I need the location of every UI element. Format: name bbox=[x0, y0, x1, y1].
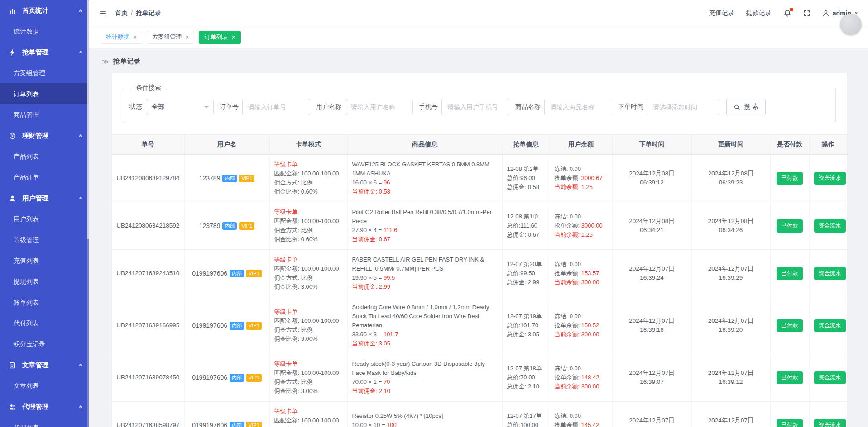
sidebar-item-recharge-list[interactable]: 充值列表 bbox=[0, 250, 89, 271]
username: 123789 bbox=[199, 175, 221, 182]
fund-flow-button[interactable]: 资金流水 bbox=[814, 419, 846, 427]
current-balance: 当前余额: 300.00 bbox=[555, 278, 608, 287]
main-area: ≡ 首页 / 抢单记录 充值记录 提款记录 admin ∨ bbox=[89, 0, 868, 427]
card-mode: 等级卡单 bbox=[274, 160, 343, 169]
sidebar-item-user-list[interactable]: 用户列表 bbox=[0, 209, 89, 229]
notification-dot bbox=[790, 8, 793, 11]
product-title: Resistor 0.25W 5% (4K7) * [10pcs] bbox=[352, 412, 498, 421]
product-title: Pilot G2 Roller Ball Pen Refill 0.38/0.5… bbox=[352, 208, 498, 226]
tab-close-icon[interactable]: × bbox=[185, 34, 189, 40]
person-icon bbox=[822, 10, 830, 17]
fullscreen-icon[interactable] bbox=[803, 10, 810, 17]
status-select[interactable]: 全部 bbox=[146, 99, 214, 115]
sidebar-section-home-stats[interactable]: 首页统计 ∧ bbox=[0, 0, 89, 21]
bolt-icon bbox=[9, 49, 18, 56]
order-time-input[interactable] bbox=[647, 99, 720, 115]
fund-flow-button[interactable]: 资金流水 bbox=[814, 219, 846, 233]
username: 0199197606 bbox=[192, 270, 227, 277]
order-no: UB2412080634218592 bbox=[116, 221, 180, 230]
grab-balance: 抢单余额: 153.57 bbox=[555, 269, 608, 278]
sidebar-item-plan-group[interactable]: 方案组管理 bbox=[0, 63, 89, 83]
update-time: 2024年12月07日 16:39:29 bbox=[696, 264, 766, 282]
breadcrumb-home[interactable]: 首页 bbox=[115, 9, 128, 17]
sidebar-section-user-mgmt[interactable]: 用户管理 ∧ bbox=[0, 188, 89, 209]
tab-close-icon[interactable]: × bbox=[231, 34, 235, 40]
order-no-input[interactable] bbox=[242, 99, 310, 115]
breadcrumb-current: 抢单记录 bbox=[136, 9, 161, 17]
order-no: UB2412071639166995 bbox=[116, 321, 180, 330]
sidebar-section-label: 抢单管理 bbox=[22, 48, 48, 57]
sidebar-item-withdraw-list[interactable]: 提现列表 bbox=[0, 271, 89, 292]
tab-close-icon[interactable]: × bbox=[133, 34, 137, 40]
sidebar-item-product-mgmt[interactable]: 商品管理 bbox=[0, 104, 89, 125]
sidebar-item-product-orders[interactable]: 产品订单 bbox=[0, 167, 89, 188]
current-commission: 当前佣金: 2.99 bbox=[352, 282, 498, 291]
sidebar-item-level-mgmt[interactable]: 等级管理 bbox=[0, 229, 89, 250]
user-name-input[interactable] bbox=[345, 99, 413, 115]
caret-down-icon bbox=[204, 106, 209, 111]
search-panel-legend: 条件搜索 bbox=[132, 84, 165, 92]
sidebar-item-bill-list[interactable]: 账单列表 bbox=[0, 292, 89, 313]
grab-sequence: 12-08 第1单 bbox=[507, 212, 545, 221]
tab-plan-group[interactable]: 方案组管理 × bbox=[147, 31, 194, 44]
chart-icon bbox=[9, 7, 18, 14]
notification-bell-icon[interactable] bbox=[783, 9, 791, 17]
sidebar-item-article-list[interactable]: 文章列表 bbox=[0, 375, 89, 396]
sidebar-item-product-list[interactable]: 产品列表 bbox=[0, 146, 89, 167]
sidebar-item-stats-data[interactable]: 统计数据 bbox=[0, 21, 89, 42]
chevron-up-icon: ∧ bbox=[78, 8, 82, 13]
tab-label: 方案组管理 bbox=[152, 33, 182, 41]
grab-balance: 抢单余额: 145.42 bbox=[555, 421, 608, 427]
tab-stats-data[interactable]: 统计数据 × bbox=[101, 31, 142, 44]
commission-method: 佣金方式: 比例 bbox=[274, 226, 343, 235]
header-update-time: 更新时间 bbox=[691, 135, 770, 155]
paid-status-badge: 已付款 bbox=[777, 172, 803, 185]
commission-ratio: 佣金比例: 0.60% bbox=[274, 187, 343, 196]
fund-flow-button[interactable]: 资金流水 bbox=[814, 371, 846, 384]
fund-flow-button[interactable]: 资金流水 bbox=[814, 267, 846, 280]
formula-result: 111.6 bbox=[384, 227, 398, 233]
withdraw-records-link[interactable]: 提款记录 bbox=[746, 9, 772, 17]
order-time: 2024年12月07日 16:39:24 bbox=[617, 264, 687, 282]
sidebar-section-label: 首页统计 bbox=[22, 6, 48, 15]
sidebar-section-article-mgmt[interactable]: 文章管理 ∧ bbox=[0, 354, 89, 375]
fund-flow-button[interactable]: 资金流水 bbox=[814, 319, 846, 332]
order-time: 2024年12月08日 06:39:12 bbox=[617, 169, 687, 187]
search-button[interactable]: 搜 索 bbox=[726, 99, 766, 115]
formula-result: 99.5 bbox=[384, 274, 395, 281]
card-mode: 等级卡单 bbox=[274, 307, 343, 316]
paid-status-badge: 已付款 bbox=[777, 319, 803, 332]
phone-input[interactable] bbox=[441, 99, 509, 115]
grab-sequence: 12-07 第17单 bbox=[507, 412, 545, 421]
tab-bar: 统计数据 × 方案组管理 × 订单列表 × bbox=[89, 26, 868, 48]
formula-result: 96 bbox=[384, 179, 390, 186]
sidebar-item-order-list[interactable]: 订单列表 bbox=[0, 83, 89, 104]
sidebar-item-payout-list[interactable]: 代付列表 bbox=[0, 313, 89, 334]
grab-balance: 抢单余额: 150.52 bbox=[555, 321, 608, 330]
fund-flow-button[interactable]: 资金流水 bbox=[814, 172, 846, 185]
sidebar-section-grab-mgmt[interactable]: 抢单管理 ∧ bbox=[0, 42, 89, 63]
hamburger-menu-icon[interactable]: ≡ bbox=[100, 8, 106, 19]
price-formula: 33.90 × 3 = 101.7 bbox=[352, 330, 498, 339]
recharge-records-link[interactable]: 充值记录 bbox=[709, 9, 734, 17]
grab-balance-label: 抢单余额: bbox=[555, 422, 580, 427]
sidebar-section-agent-mgmt[interactable]: 代理管理 ∧ bbox=[0, 396, 89, 417]
product-name-input[interactable] bbox=[544, 99, 612, 115]
update-time: 2024年12月08日 06:39:23 bbox=[696, 169, 766, 187]
grab-balance-value: 3000.67 bbox=[581, 175, 603, 181]
users-icon bbox=[9, 403, 18, 410]
tab-order-list[interactable]: 订单列表 × bbox=[199, 31, 240, 44]
formula-expression: 70.00 × 1 = bbox=[352, 378, 382, 385]
user-cell: 0199197606 内部 VIP1 bbox=[189, 374, 265, 382]
product-name-label: 商品名称 bbox=[515, 103, 541, 111]
current-balance: 当前余额: 1.25 bbox=[555, 183, 608, 192]
sidebar-item-points-records[interactable]: 积分宝记录 bbox=[0, 334, 89, 354]
vip-badge: VIP1 bbox=[246, 374, 262, 382]
floating-avatar[interactable] bbox=[840, 14, 862, 35]
header-order-time: 下单时间 bbox=[612, 135, 691, 155]
sidebar-section-finance-mgmt[interactable]: 理财管理 ∧ bbox=[0, 125, 89, 146]
commission-method: 佣金方式: 比例 bbox=[274, 378, 343, 387]
sidebar-item-agent-list[interactable]: 代理列表 bbox=[0, 417, 89, 427]
app-root: 首页统计 ∧ 统计数据 抢单管理 ∧ 方案组管理 订单列表 商品管理 理财管理 … bbox=[0, 0, 868, 427]
grab-sequence: 12-07 第20单 bbox=[507, 260, 545, 269]
